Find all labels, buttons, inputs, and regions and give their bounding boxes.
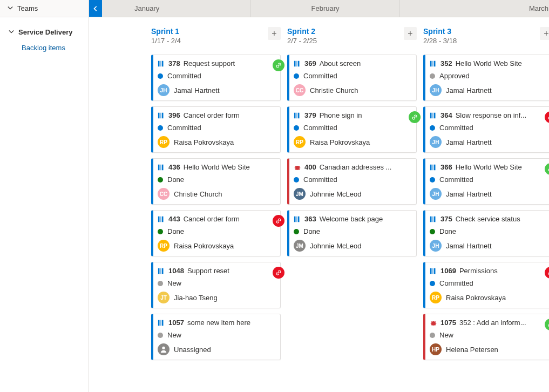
work-item-card[interactable]: 1075 352 : Add an inform... New HP Helen… [423,314,549,360]
pbi-icon [430,215,437,223]
avatar: JH [430,240,442,252]
assignee-name: Johnnie McLeod [310,190,361,198]
work-item-card[interactable]: 443 Cancel order form Done RP Raisa Pokr… [151,210,281,256]
svg-line-31 [299,168,300,170]
assignee-name: Jamal Hartnett [446,138,492,146]
svg-line-55 [431,324,432,325]
sprint-board[interactable]: Sprint 1 1/17 - 2/4 + 378 Request suppor… [89,17,549,392]
link-badge-icon[interactable] [409,111,421,123]
work-item-card[interactable]: 364 Slow response on inf... Committed JH… [423,106,549,153]
assignee-name: Jamal Hartnett [446,242,492,250]
work-item-state: New [167,331,181,339]
work-item-card[interactable]: 436 Hello World Web Site Done CC Christi… [151,158,281,205]
work-item-id: 366 [440,163,452,171]
sprint-title[interactable]: Sprint 3 [423,27,457,36]
work-item-state: Done [167,175,184,184]
svg-line-30 [295,168,296,170]
work-item-card[interactable]: 369 About screen Committed CC Christie C… [287,55,417,101]
state-dot-icon [158,333,163,338]
svg-rect-35 [430,60,432,66]
sprint-dates: 2/7 - 2/25 [287,37,317,45]
work-item-id: 352 [440,59,452,67]
work-item-card[interactable]: 375 Check service status Done JH Jamal H… [423,210,549,256]
assignee-name: Christie Church [310,86,358,94]
work-item-card[interactable]: 352 Hello World Web Site Approved JH Jam… [423,55,549,101]
svg-rect-17 [162,320,164,326]
svg-rect-47 [430,268,432,274]
pbi-icon [294,112,301,119]
work-item-title: About screen [320,59,411,67]
link-badge-icon[interactable] [273,215,284,227]
work-item-card[interactable]: 400 Canadian addresses ... Committed JM … [287,158,417,205]
sprint-column: Sprint 2 2/7 - 2/25 + 369 About screen C… [287,27,417,386]
work-item-card[interactable]: 396 Cancel order form Committed RP Raisa… [151,106,281,153]
work-item-card[interactable]: 1057 some new item here New Unassigned [151,314,281,360]
add-card-button[interactable]: + [540,27,549,40]
svg-rect-33 [296,216,297,222]
work-item-id: 1048 [168,267,184,275]
svg-rect-5 [162,112,164,118]
svg-rect-9 [158,216,160,222]
svg-rect-14 [162,268,164,274]
state-dot-icon [430,333,435,338]
work-item-card[interactable]: 366 Hello World Web Site Committed JH Ja… [423,158,549,205]
svg-rect-20 [296,60,297,66]
backlog-items-link[interactable]: Backlog items [0,40,89,55]
svg-line-27 [299,166,300,167]
work-item-card[interactable]: 363 Welcome back page Done JM Johnnie Mc… [287,210,417,256]
svg-line-51 [431,321,432,322]
assignee-name: Jia-hao Tseng [174,294,218,302]
svg-line-26 [295,166,296,167]
work-item-card[interactable]: 1069 Permissions Committed RP Raisa Pokr… [423,262,549,308]
month-january: January [102,0,251,17]
svg-rect-36 [432,60,433,66]
work-item-title: Check service status [456,215,547,223]
sidebar: Teams Service Delivery Backlog items [0,0,89,392]
state-dot-icon [294,125,299,131]
sprint-title[interactable]: Sprint 1 [151,27,181,36]
work-item-title: Hello World Web Site [184,163,275,171]
svg-line-56 [435,324,436,325]
work-item-id: 364 [440,111,452,119]
svg-rect-13 [160,268,161,274]
work-item-state: Committed [303,124,337,132]
svg-rect-12 [158,268,160,274]
link-badge-icon[interactable] [273,59,284,71]
state-dot-icon [430,177,435,183]
work-item-state: Done [439,227,456,235]
svg-rect-43 [434,164,436,170]
sprint-column: Sprint 3 2/28 - 3/18 + 352 Hello World W… [423,27,549,386]
svg-rect-1 [160,60,161,66]
state-dot-icon [294,229,299,234]
state-dot-icon [430,125,435,131]
svg-rect-44 [430,216,432,222]
svg-rect-34 [298,216,300,222]
work-item-card[interactable]: 379 Phone sign in Committed RP Raisa Pok… [287,106,417,153]
work-item-state: Done [167,227,184,235]
bug-icon [430,319,437,327]
svg-rect-42 [432,164,433,170]
assignee-name: Christie Church [174,190,222,198]
work-item-id: 379 [304,111,316,119]
timeline-back-button[interactable] [89,0,102,17]
work-item-card[interactable]: 378 Request support Committed JH Jamal H… [151,55,281,101]
work-item-title: Slow response on inf... [456,111,547,119]
add-card-button[interactable]: + [268,27,281,40]
avatar: HP [430,343,442,355]
sidebar-header[interactable]: Teams [0,0,89,17]
work-item-state: Committed [303,72,337,80]
avatar [158,343,170,355]
svg-rect-6 [158,164,160,170]
work-item-title: some new item here [187,319,275,327]
team-group[interactable]: Service Delivery [0,24,89,40]
link-badge-icon[interactable] [273,267,284,279]
pbi-icon [158,215,165,223]
sprint-title[interactable]: Sprint 2 [287,27,317,36]
add-card-button[interactable]: + [404,27,417,40]
svg-rect-21 [298,60,300,66]
work-item-id: 443 [168,215,180,223]
svg-rect-49 [434,268,436,274]
work-item-title: Request support [184,59,275,67]
work-item-title: Phone sign in [320,111,411,119]
work-item-card[interactable]: 1048 Support reset New JT Jia-hao Tseng [151,262,281,308]
